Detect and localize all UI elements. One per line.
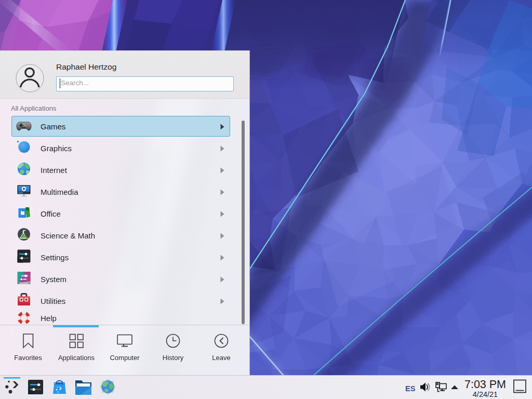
svg-text:Computer: Computer: [110, 354, 140, 362]
svg-text:ES: ES: [405, 384, 416, 393]
svg-text:History: History: [163, 354, 184, 362]
svg-text:7:03 PM: 7:03 PM: [464, 378, 506, 391]
svg-text:Favorites: Favorites: [14, 354, 42, 362]
svg-text:4/24/21: 4/24/21: [473, 390, 498, 398]
svg-text:Leave: Leave: [212, 354, 230, 362]
svg-text:Applications: Applications: [58, 354, 95, 362]
